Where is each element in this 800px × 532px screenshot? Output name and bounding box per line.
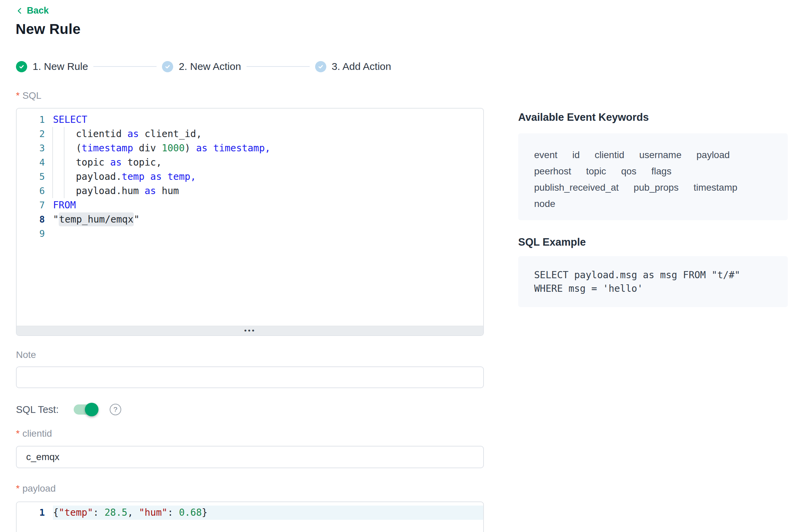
required-asterisk: * [16,483,20,494]
keyword-chip[interactable]: peerhost [534,166,571,177]
code-line: clientid as client_id, [53,127,483,141]
indent-guide [64,155,65,170]
code-token: : [93,507,105,518]
sql-test-row: SQL Test: ? [16,404,121,415]
sql-example-line: WHERE msg = 'hello' [534,282,772,296]
note-field-label: Note [16,349,36,360]
indent-guide [52,184,53,198]
keyword-chip[interactable]: topic [586,166,606,177]
code-token [207,142,213,154]
keyword-chip[interactable]: flags [651,166,671,177]
payload-editor-code[interactable]: {"temp": 28.5, "hum": 0.68} [53,506,483,520]
back-button[interactable]: Back [16,5,49,16]
step-3-label[interactable]: 3. Add Action [332,61,391,72]
indent-guide [64,141,65,155]
resize-dots-icon: ••• [244,327,256,334]
code-line: SELECT [53,113,483,127]
code-token: payload.hum [53,185,145,196]
keyword-row: peerhosttopicqosflags [534,163,772,179]
keyword-row: publish_received_atpub_propstimestamp [534,179,772,196]
code-token: : [167,507,179,518]
step-1-check-icon[interactable] [16,61,27,72]
code-token: SELECT [53,114,87,125]
keyword-chip[interactable]: event [534,150,558,160]
help-icon[interactable]: ? [110,404,121,415]
code-token: ( [53,142,81,154]
code-token: ) [185,142,196,154]
code-token: } [202,507,207,518]
back-label: Back [27,5,49,16]
page-title: New Rule [16,21,80,37]
line-number: 1 [17,113,53,127]
sql-editor[interactable]: 123456789 SELECT clientid as client_id, … [16,108,484,336]
code-token: as [110,157,122,168]
keyword-chip[interactable]: username [639,150,681,160]
sql-editor-gutter: 123456789 [17,113,53,326]
code-token: 1000 [162,142,184,154]
step-connector [247,66,310,67]
code-line: FROM [53,198,483,212]
code-line: payload.temp as temp, [53,170,483,184]
line-number: 3 [17,141,53,155]
indent-guide [52,170,53,184]
step-connector [93,66,157,67]
sql-example-card: SELECT payload.msg as msg FROM "t/#"WHER… [518,256,788,307]
keyword-chip[interactable]: timestamp [693,182,737,193]
toggle-knob [85,403,98,416]
event-keywords-title: Available Event Keywords [518,111,649,124]
step-1-label[interactable]: 1. New Rule [33,61,88,72]
keyword-chip[interactable]: payload [696,150,730,160]
code-token: temp [122,171,144,182]
event-keywords-card: eventidclientidusernamepayloadpeerhostto… [518,133,788,220]
payload-field-label: *payload [16,483,56,494]
code-token [145,171,150,182]
line-number: 5 [17,170,53,184]
sql-field-label: *SQL [16,90,41,101]
code-line: (timestamp div 1000) as timestamp, [53,141,483,155]
code-line: payload.hum as hum [53,184,483,198]
note-input[interactable] [16,366,484,388]
code-token: temp, [167,171,196,182]
indent-guide [64,127,65,141]
code-line: topic as topic, [53,155,483,170]
sql-example-line: SELECT payload.msg as msg FROM "t/#" [534,268,772,282]
code-token: payload. [53,171,122,182]
line-number: 6 [17,184,53,198]
code-token: 0.68 [179,507,202,518]
payload-editor[interactable]: 1 {"temp": 28.5, "hum": 0.68} [16,501,484,532]
keyword-row: eventidclientidusernamepayload [534,147,772,163]
sql-editor-code[interactable]: SELECT clientid as client_id, (timestamp… [53,113,483,326]
line-number: 2 [17,127,53,141]
keyword-chip[interactable]: id [572,150,580,160]
code-token: as [127,128,139,139]
step-3-check-icon[interactable] [315,61,326,72]
indent-guide [52,127,53,141]
code-token: as [150,171,162,182]
code-token: "temp" [59,507,93,518]
code-token: FROM [53,200,76,211]
keyword-chip[interactable]: clientid [595,150,624,160]
code-token: , [127,507,139,518]
sql-test-toggle[interactable] [74,404,96,415]
code-token: 28.5 [105,507,127,518]
sql-example-title: SQL Example [518,236,586,248]
code-token: client_id, [139,128,202,139]
required-asterisk: * [16,428,20,439]
steps-bar: 1. New Rule 2. New Action 3. Add Action [16,61,391,72]
sql-test-label: SQL Test: [16,404,59,415]
step-2-label[interactable]: 2. New Action [179,61,241,72]
keyword-row: node [534,196,772,212]
code-token: div [133,142,162,154]
line-number: 1 [17,506,53,520]
clientid-input-value: c_emqx [26,452,59,462]
indent-guide [52,141,53,155]
sql-editor-resize-handle[interactable]: ••• [17,326,483,336]
back-chevron-icon [16,7,23,15]
code-token: as [145,185,156,196]
keyword-chip[interactable]: qos [621,166,636,177]
step-2-check-icon[interactable] [162,61,173,72]
clientid-input[interactable]: c_emqx [16,446,484,468]
keyword-chip[interactable]: publish_received_at [534,182,619,193]
keyword-chip[interactable]: pub_props [634,182,678,193]
keyword-chip[interactable]: node [534,198,555,209]
